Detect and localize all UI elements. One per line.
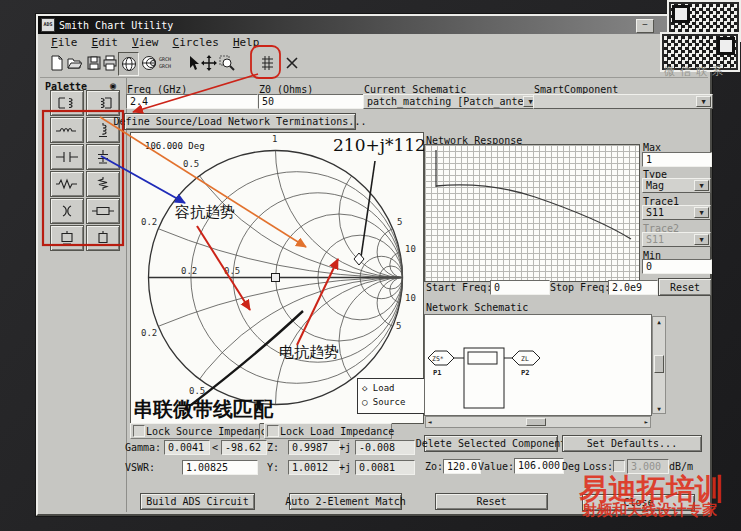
scroll-right-icon[interactable]: ► — [644, 418, 648, 425]
z-label: Z: — [267, 442, 279, 453]
palette-series-capacitor-button[interactable] — [50, 144, 84, 170]
chart-legend: ◇ Load ○ Source — [357, 378, 429, 414]
zoom-area-icon[interactable] — [217, 52, 236, 74]
app-icon: ADS — [41, 18, 55, 32]
impedance-point-annotation: 210+j*112 — [333, 135, 426, 155]
menu-file[interactable]: File — [48, 35, 81, 50]
vscroll-thumb[interactable] — [654, 355, 664, 373]
delete-component-button[interactable]: Delete Selected Component — [424, 435, 558, 452]
delete-icon[interactable] — [282, 52, 301, 74]
chevron-down-icon[interactable]: ▼ — [694, 180, 709, 191]
z0-input[interactable]: 50 — [258, 94, 372, 109]
source-legend-icon: ○ — [362, 397, 367, 407]
start-freq-input[interactable]: 0 — [490, 280, 550, 295]
plus-j-label: +j — [339, 462, 351, 473]
source-marker[interactable] — [272, 274, 280, 282]
chevron-down-icon[interactable]: ▼ — [696, 96, 711, 107]
smith-chart-utility-window: ADS Smith Chart Utility — File Edit View… — [36, 14, 712, 516]
move-icon[interactable] — [199, 52, 218, 74]
smith-chart-icon[interactable] — [139, 52, 158, 74]
deg-label: Deg — [562, 461, 580, 472]
lock-source-label: Lock Source Impedance — [146, 426, 272, 437]
scroll-up-icon[interactable]: ▲ — [653, 318, 665, 325]
grid-icon[interactable] — [257, 52, 276, 74]
svg-text:P2: P2 — [521, 369, 529, 377]
chart-caption: 串联微带线匹配 — [133, 396, 273, 423]
start-freq-label: Start Freq: — [426, 282, 492, 293]
plus-j-label: +j — [339, 442, 351, 453]
open-file-icon[interactable] — [64, 52, 83, 74]
vswr-field[interactable]: 1.00825 — [182, 460, 258, 475]
menu-edit[interactable]: Edit — [89, 35, 122, 50]
tline-component[interactable] — [468, 352, 497, 364]
stop-freq-label: Stop Freq: — [550, 282, 610, 293]
axis-label: 10 — [405, 293, 416, 303]
menu-bar: File Edit View Circles Help — [40, 34, 262, 50]
palette-shunt-resistor-button[interactable] — [86, 171, 120, 197]
schematic-horizontal-scrollbar[interactable]: ◄ ► — [425, 416, 651, 428]
gamma-angle-field[interactable]: -98.62 — [221, 440, 267, 455]
auto-match-button[interactable]: Auto 2-Element Match — [289, 493, 402, 510]
palette-shunt-inductor-right-button[interactable] — [86, 90, 120, 116]
axis-label: 10 — [405, 244, 416, 254]
zo-input[interactable]: 120.0 — [443, 459, 481, 474]
print-icon[interactable] — [100, 52, 119, 74]
menu-help[interactable]: Help — [230, 35, 263, 50]
chevron-down-icon[interactable]: ▼ — [694, 207, 709, 218]
define-terminations-button[interactable]: Define Source/Load Network Terminations.… — [124, 113, 356, 130]
palette-shunt-inductor-left-button[interactable] — [50, 90, 84, 116]
grid-toggle-icon[interactable]: GRCHGRCH — [157, 52, 176, 74]
y-imag-field[interactable]: 0.0081 — [355, 460, 415, 475]
angle-sign: < — [212, 442, 218, 453]
smartcomponent-dropdown[interactable]: ▼ — [533, 94, 713, 109]
palette-open-stub-button[interactable] — [86, 225, 120, 251]
axis-label: 5 — [396, 321, 401, 331]
schematic-vertical-scrollbar[interactable]: ▲ ▼ — [652, 316, 666, 414]
stop-freq-input[interactable]: 2.0e9 — [608, 280, 658, 295]
freq-input[interactable]: 2.4 — [126, 94, 258, 109]
hscroll-thumb[interactable] — [526, 418, 546, 426]
response-reset-button[interactable]: Reset — [658, 278, 712, 296]
value-label: Value: — [478, 461, 514, 472]
value-input[interactable]: 106.000 — [514, 458, 564, 474]
type-dropdown[interactable]: Mag▼ — [642, 178, 711, 193]
palette-series-resistor-button[interactable] — [50, 171, 84, 197]
svg-text:P1: P1 — [433, 369, 441, 377]
title-bar[interactable]: ADS Smith Chart Utility — — [38, 16, 710, 34]
y-label: Y: — [267, 462, 279, 473]
smith-chart-display-icon[interactable] — [118, 52, 139, 76]
gamma-mag-field[interactable]: 0.0041 — [164, 440, 210, 455]
scroll-left-icon[interactable]: ◄ — [428, 418, 432, 425]
reactance-trend-note: 电抗趋势 — [279, 343, 339, 362]
wechat-contact-caption: 微信联系 — [664, 64, 728, 79]
lock-source-checkbox[interactable] — [133, 425, 145, 437]
palette-shunt-capacitor-button[interactable] — [86, 144, 120, 170]
palette-transmission-line-button[interactable] — [86, 198, 120, 224]
main-reset-button[interactable]: Reset — [435, 493, 548, 510]
vswr-label: VSWR: — [125, 462, 155, 473]
z-imag-field[interactable]: -0.008 — [355, 440, 415, 455]
network-schematic-canvas[interactable]: ZS* P1 ZL P2 — [424, 314, 652, 416]
menu-circles[interactable]: Circles — [170, 35, 222, 50]
network-response-plot[interactable] — [424, 144, 640, 282]
minimize-button[interactable]: — — [636, 19, 654, 33]
lock-load-checkbox[interactable] — [267, 425, 279, 437]
menu-view[interactable]: View — [129, 35, 162, 50]
palette-shorted-stub-button[interactable] — [50, 225, 84, 251]
max-input[interactable]: 1 — [642, 152, 712, 167]
palette-series-inductor-button[interactable] — [50, 117, 84, 143]
palette-transformer-button[interactable] — [50, 198, 84, 224]
scroll-down-icon[interactable]: ▼ — [653, 405, 665, 412]
axis-label: 0.5 — [224, 266, 240, 276]
z-real-field[interactable]: 0.9987 — [288, 440, 340, 455]
current-schematic-dropdown[interactable]: patch_matching [Patch_antenna_▼ — [363, 94, 540, 109]
capacitive-trend-note: 容抗趋势 — [175, 203, 235, 222]
lock-source-bar: Lock Source Impedance — [130, 423, 260, 439]
axis-label: 5 — [397, 217, 402, 227]
build-ads-circuit-button[interactable]: Build ADS Circuit — [140, 493, 255, 510]
smith-chart-panel[interactable]: 1 0.5 0.2 0.2 0.5 5 10 10 5 0.2 0.5 106.… — [130, 132, 424, 424]
trace1-dropdown[interactable]: S11▼ — [642, 205, 711, 220]
y-real-field[interactable]: 1.0012 — [288, 460, 340, 475]
min-input[interactable]: 0 — [642, 259, 712, 274]
set-defaults-button[interactable]: Set Defaults... — [562, 435, 702, 452]
